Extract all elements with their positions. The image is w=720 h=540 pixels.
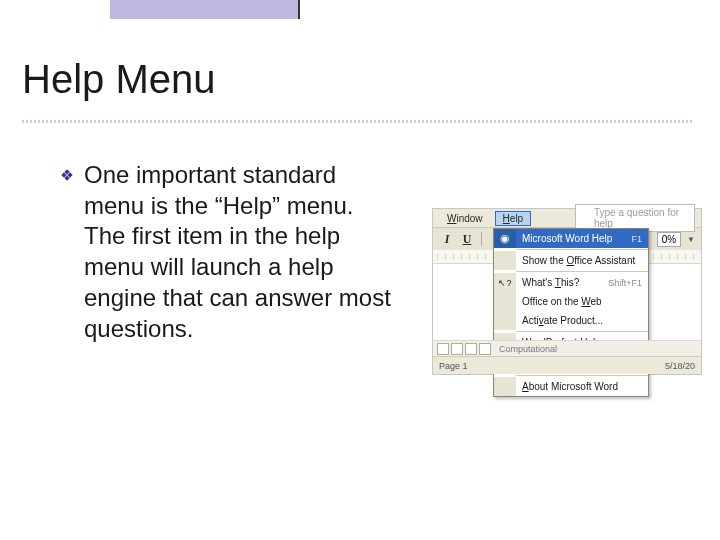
menu-item-about[interactable]: About Microsoft Word bbox=[494, 377, 648, 396]
menu-item-label: About Microsoft Word bbox=[522, 381, 642, 392]
top-accent-bar bbox=[110, 0, 300, 19]
menu-separator bbox=[516, 271, 648, 272]
toolbar-separator bbox=[481, 232, 483, 246]
menu-item-label: Activate Product... bbox=[522, 315, 642, 326]
word-status-bar: Page 1 5/18/20 bbox=[433, 356, 701, 374]
blank-icon bbox=[494, 251, 516, 270]
menu-item-label: What's This? bbox=[522, 277, 602, 288]
menu-item-label: Microsoft Word Help bbox=[522, 233, 625, 244]
whats-this-icon: ↖? bbox=[494, 273, 516, 292]
title-underline bbox=[22, 120, 692, 123]
menu-item-shortcut: F1 bbox=[625, 234, 642, 244]
bullet-item: One important standard menu is the “Help… bbox=[60, 160, 400, 344]
menu-item-activate[interactable]: Activate Product... bbox=[494, 311, 648, 330]
underline-button[interactable]: U bbox=[459, 231, 475, 247]
chevron-down-icon[interactable]: ▼ bbox=[687, 235, 695, 244]
tray-button[interactable] bbox=[451, 343, 463, 355]
menu-item-whats-this[interactable]: ↖? What's This? Shift+F1 bbox=[494, 273, 648, 292]
status-page: Page 1 bbox=[433, 361, 474, 371]
tray-button[interactable] bbox=[437, 343, 449, 355]
tray-button[interactable] bbox=[465, 343, 477, 355]
menu-window[interactable]: Window bbox=[439, 211, 491, 226]
menu-window-label: indow bbox=[456, 213, 482, 224]
menu-help[interactable]: Help bbox=[495, 211, 532, 226]
zoom-value[interactable]: 0% bbox=[657, 232, 681, 247]
zoom-group: 0% ▼ bbox=[657, 232, 695, 247]
slide-body: One important standard menu is the “Help… bbox=[60, 160, 400, 344]
italic-button[interactable]: I bbox=[439, 231, 455, 247]
tray-text: Computational bbox=[499, 344, 557, 354]
menu-item-word-help[interactable]: ◉ Microsoft Word Help F1 bbox=[494, 229, 648, 248]
blank-icon bbox=[494, 292, 516, 311]
menu-item-shortcut: Shift+F1 bbox=[602, 278, 642, 288]
slide-title-wrap: Help Menu bbox=[22, 58, 692, 100]
status-date: 5/18/20 bbox=[659, 361, 701, 371]
menu-item-label: Office on the Web bbox=[522, 296, 642, 307]
menu-item-office-web[interactable]: Office on the Web bbox=[494, 292, 648, 311]
menu-item-label: Show the Office Assistant bbox=[522, 255, 642, 266]
tray-button[interactable] bbox=[479, 343, 491, 355]
word-tray: Computational bbox=[433, 340, 701, 356]
menu-item-office-assistant[interactable]: Show the Office Assistant bbox=[494, 251, 648, 270]
bullet-text: One important standard menu is the “Help… bbox=[84, 160, 400, 344]
blank-icon bbox=[494, 311, 516, 330]
menu-separator bbox=[516, 249, 648, 250]
blank-icon bbox=[494, 377, 516, 396]
slide: Help Menu One important standard menu is… bbox=[0, 0, 720, 540]
word-screenshot: Window Help Type a question for help I U… bbox=[432, 208, 702, 375]
menu-separator bbox=[516, 375, 648, 376]
word-help-icon: ◉ bbox=[494, 229, 516, 248]
menu-separator bbox=[516, 331, 648, 332]
slide-title: Help Menu bbox=[22, 58, 692, 100]
diamond-bullet-icon bbox=[60, 168, 74, 186]
word-menubar: Window Help Type a question for help bbox=[433, 209, 701, 228]
menu-help-label: elp bbox=[510, 213, 523, 224]
